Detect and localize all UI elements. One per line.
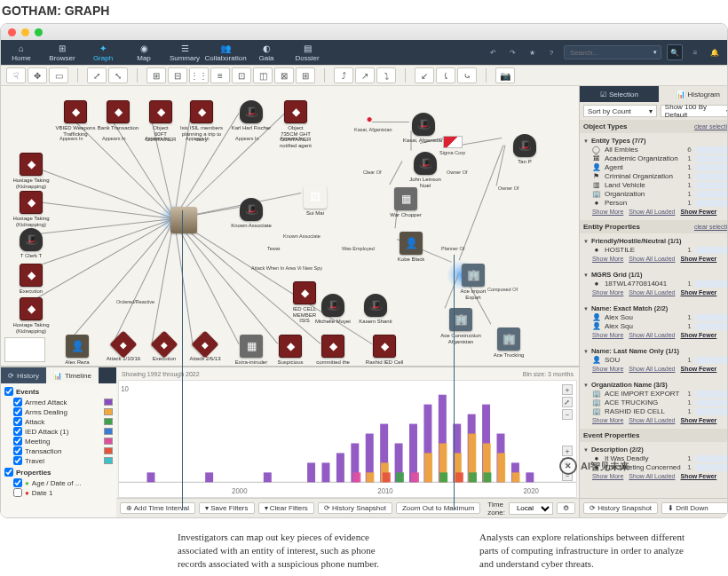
legend-checkbox[interactable] bbox=[13, 398, 22, 406]
group-toggle[interactable]: Entity Types (7/7) bbox=[583, 135, 728, 146]
graph-node[interactable]: ◆Hostage Taking(Kidnapping) bbox=[10, 153, 52, 189]
menu-dossier[interactable]: ▤Dossier bbox=[287, 40, 328, 65]
global-search[interactable]: ▾ bbox=[564, 45, 661, 59]
group-toggle[interactable]: Description (2/2) bbox=[583, 444, 728, 454]
timeline-chart[interactable]: 20002010202010 ＋ ⤢ － ＋ ⟳ － bbox=[118, 380, 577, 498]
histogram-entry[interactable]: ●The Meeting Concerned1 bbox=[583, 463, 728, 472]
clear-selection-link[interactable]: clear selection bbox=[694, 224, 728, 230]
list-icon[interactable]: ≡ bbox=[688, 45, 702, 59]
graph-node[interactable]: 🎩Michelle Moyet bbox=[312, 294, 354, 325]
drill-down-button[interactable]: ⬇ Drill Down bbox=[661, 502, 728, 514]
legend-row[interactable]: ●Date 1 bbox=[4, 488, 113, 498]
map-pin-icon[interactable] bbox=[363, 113, 376, 125]
hist-link[interactable]: Show More bbox=[592, 256, 623, 262]
bell-icon[interactable]: 🔔 bbox=[708, 45, 722, 59]
min-dot[interactable] bbox=[21, 28, 29, 36]
graph-node[interactable]: 👤Alex Reza bbox=[56, 335, 99, 366]
graph-node[interactable]: 🎩John Leinson Noel bbox=[404, 152, 447, 188]
graph-node[interactable]: 🏢Ace ConstructionAfganistan bbox=[439, 308, 482, 344]
histogram-entry[interactable]: ●Person1 bbox=[583, 199, 728, 208]
histogram-entry[interactable]: ⚑Criminal Organization1 bbox=[583, 172, 728, 181]
group-toggle[interactable]: Name: Exact Match (2/2) bbox=[583, 303, 728, 313]
hist-link[interactable]: Show Fewer bbox=[680, 417, 716, 423]
histogram-entry[interactable]: ●18TWL47708140411 bbox=[583, 280, 728, 288]
clear-filters-button[interactable]: ▾ Clear Filters bbox=[258, 502, 314, 514]
tab-selection[interactable]: ☑ Selection bbox=[580, 86, 659, 102]
legend-row[interactable]: IED Attack (1) bbox=[4, 427, 113, 437]
search-input[interactable] bbox=[568, 48, 653, 58]
toolbar-button[interactable]: ≡ bbox=[210, 67, 230, 83]
histogram-entry[interactable]: 🏢Organization1 bbox=[583, 190, 728, 199]
menu-browser[interactable]: ⊞Browser bbox=[42, 40, 83, 65]
clear-selection-link[interactable]: clear selection bbox=[694, 123, 728, 130]
graph-minimap[interactable] bbox=[4, 337, 45, 362]
hist-link[interactable]: Show All Loaded bbox=[629, 332, 675, 338]
histogram-entry[interactable]: 👤SOU1 bbox=[583, 356, 728, 365]
menu-gaia[interactable]: ◐Gaia bbox=[246, 40, 287, 65]
legend-row[interactable]: Arms Dealing bbox=[4, 407, 113, 417]
panel-snapshot-button[interactable]: ⟳ History Snapshot bbox=[583, 502, 658, 514]
graph-node[interactable]: ▦War Chopper bbox=[384, 187, 427, 218]
timezone-select[interactable]: Local bbox=[509, 502, 553, 515]
histogram-entry[interactable]: 🏢RASHID IED CELL1 bbox=[583, 407, 728, 416]
histogram-entry[interactable]: 🏛Academic Organization1 bbox=[583, 154, 728, 163]
menu-home[interactable]: ⌂Home bbox=[1, 40, 42, 65]
hist-link[interactable]: Show More bbox=[592, 332, 623, 338]
tab-history[interactable]: ⟳ History bbox=[1, 367, 46, 383]
close-dot[interactable] bbox=[8, 28, 16, 36]
graph-node[interactable]: 🎩T Clerk T bbox=[10, 228, 52, 259]
legend-row[interactable]: Travel bbox=[4, 456, 113, 466]
hist-link[interactable]: Show All Loaded bbox=[629, 209, 675, 215]
toolbar-button[interactable]: ▭ bbox=[49, 67, 68, 83]
toolbar-button[interactable]: ⊠ bbox=[274, 67, 294, 83]
zoom-in-x-button[interactable]: ＋ bbox=[562, 446, 573, 456]
histogram-entry[interactable]: 👤Alex Squ1 bbox=[583, 322, 728, 331]
hist-link[interactable]: Show Fewer bbox=[680, 332, 716, 338]
graph-node[interactable]: 🎩Kasem Shanti bbox=[354, 294, 397, 325]
menu-icon[interactable]: ↶ bbox=[486, 45, 500, 59]
toolbar-button[interactable]: ↗ bbox=[355, 67, 375, 83]
toolbar-button[interactable]: ↙ bbox=[415, 67, 434, 83]
toolbar-button[interactable]: ⊞ bbox=[146, 67, 166, 83]
group-toggle[interactable]: Organization Name (3/3) bbox=[583, 379, 728, 390]
legend-row[interactable]: Armed Attack bbox=[4, 398, 113, 407]
graph-node[interactable]: ◆VBIED Weapons Trafficking bbox=[54, 100, 97, 137]
sort-select[interactable]: Sort by Count▾ bbox=[583, 105, 657, 117]
toolbar-button[interactable]: ⊞ bbox=[296, 67, 315, 83]
toolbar-button[interactable]: ◫ bbox=[253, 67, 273, 83]
graph-node[interactable]: 🎩Tan P bbox=[503, 134, 546, 165]
legend-checkbox[interactable] bbox=[13, 446, 22, 455]
history-snapshot-button[interactable]: ⟳ History Snapshot bbox=[318, 502, 392, 514]
flag-icon[interactable] bbox=[443, 136, 463, 148]
hist-link[interactable]: Show All Loaded bbox=[629, 417, 675, 423]
graph-node[interactable]: ◆Bank Transaction bbox=[97, 100, 139, 131]
graph-node[interactable]: ◆Execution bbox=[143, 335, 186, 362]
legend-row[interactable]: Meeting bbox=[4, 437, 113, 446]
legend-checkbox[interactable] bbox=[13, 417, 22, 426]
graph-node[interactable]: 🎩Karl Harl Fischer bbox=[230, 100, 273, 131]
legend-checkbox[interactable] bbox=[13, 407, 22, 416]
menu-map[interactable]: ◉Map bbox=[123, 40, 164, 65]
group-toggle[interactable]: Name: Last Name Only (1/1) bbox=[583, 345, 728, 356]
graph-node[interactable]: ◆Execution bbox=[10, 264, 52, 295]
events-toggle[interactable] bbox=[4, 387, 13, 396]
graph-node[interactable]: ◆Attack 1/10/16 bbox=[102, 335, 145, 362]
graph-node[interactable]: ◆Hostage Taking(Kidnapping) bbox=[10, 191, 52, 227]
hist-link[interactable]: Show Fewer bbox=[680, 256, 716, 262]
show-count-select[interactable]: Show 100 By Default▾ bbox=[661, 105, 728, 117]
menu-collaboration[interactable]: 👥Collaboration bbox=[205, 40, 246, 65]
tab-timeline[interactable]: 📊 Timeline bbox=[46, 367, 99, 383]
toolbar-button[interactable]: ☟ bbox=[6, 67, 26, 83]
toolbar-button[interactable]: ⤹ bbox=[436, 67, 455, 83]
graph-node[interactable]: 🖼Sui Mai bbox=[294, 185, 336, 217]
zoom-out-x-button[interactable]: － bbox=[562, 470, 573, 481]
zoom-out-max-button[interactable]: Zoom Out to Maximum bbox=[396, 502, 480, 514]
legend-row[interactable]: ●Age / Date of ... bbox=[4, 478, 113, 488]
hist-link[interactable]: Show More bbox=[592, 417, 623, 423]
graph-node[interactable]: 🏢Ace Trucking bbox=[487, 327, 530, 359]
histogram-entry[interactable]: 👤Alex Sou1 bbox=[583, 313, 728, 322]
toolbar-button[interactable]: ⋮⋮ bbox=[189, 67, 209, 83]
legend-row[interactable]: Attack bbox=[4, 417, 113, 427]
legend-checkbox[interactable] bbox=[13, 478, 22, 487]
histogram-entry[interactable]: ●It Was Deadly1 bbox=[583, 454, 728, 463]
